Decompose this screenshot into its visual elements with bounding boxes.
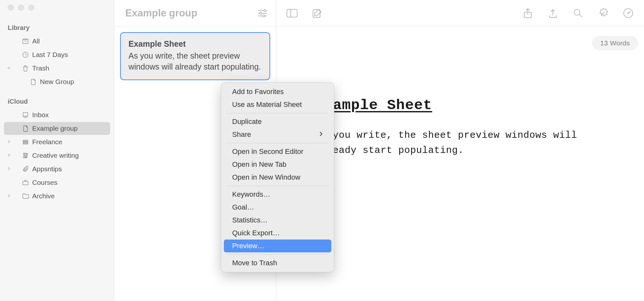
menu-label: Statistics…: [232, 216, 268, 224]
sidebar-item-label: Archive: [32, 192, 55, 200]
menu-preview[interactable]: Preview…: [224, 240, 331, 252]
sidebar-item-creative-writing[interactable]: Creative writing: [4, 149, 110, 162]
folder-icon: [22, 193, 29, 200]
sidebar-toggle-button[interactable]: [285, 6, 299, 20]
filter-button[interactable]: [257, 7, 268, 19]
sidebar-item-last7days[interactable]: Last 7 Days: [4, 48, 110, 61]
sheet-card-preview: As you write, the sheet preview windows …: [128, 51, 262, 72]
compose-icon: [312, 8, 322, 18]
books-icon: [22, 152, 29, 159]
sheet-card-title: Example Sheet: [128, 39, 262, 49]
svg-rect-9: [287, 9, 297, 17]
export-button[interactable]: [546, 6, 560, 20]
badge-check-icon: [598, 8, 609, 19]
menu-label: Open in New Tab: [232, 160, 286, 169]
menu-label: Quick Export…: [232, 229, 280, 237]
menu-label: Open in New Window: [232, 173, 300, 182]
stack-icon: [22, 138, 29, 146]
toolbar-left-group: [285, 6, 324, 20]
sidebar-item-courses[interactable]: Courses: [4, 176, 110, 189]
window-controls: [0, 5, 114, 22]
sidebar-item-appsntips[interactable]: Appsntips: [4, 163, 110, 175]
upload-icon: [548, 8, 558, 19]
sidebar-item-label: Courses: [32, 179, 57, 186]
menu-share[interactable]: Share: [224, 128, 331, 141]
sidebar-item-label: Appsntips: [32, 165, 62, 173]
word-count-badge[interactable]: 13 Words: [592, 36, 638, 50]
search-icon: [573, 8, 583, 18]
menu-separator: [226, 254, 329, 255]
menu-label: Duplicate: [232, 118, 262, 126]
minimize-window-dot[interactable]: [18, 5, 24, 11]
menu-open-new-tab[interactable]: Open in New Tab: [224, 158, 331, 171]
sidebar-item-label: New Group: [40, 78, 74, 86]
document-icon: [30, 78, 37, 85]
sidebar-item-label: Freelance: [32, 138, 62, 146]
menu-label: Share: [232, 130, 251, 139]
menu-goal[interactable]: Goal…: [224, 201, 331, 214]
archivebox-icon: [22, 38, 29, 45]
svg-point-6: [260, 12, 262, 14]
chevron-right-icon[interactable]: [6, 152, 12, 159]
revision-mode-button[interactable]: [596, 6, 610, 20]
document-body[interactable]: As you write, the sheet preview windows …: [315, 128, 605, 158]
share-icon: [523, 8, 533, 19]
sidebar-item-label: Last 7 Days: [32, 51, 68, 59]
share-button[interactable]: [521, 6, 535, 20]
sidebar-panel-icon: [286, 8, 298, 18]
menu-open-new-window[interactable]: Open in New Window: [224, 171, 331, 184]
menu-keywords[interactable]: Keywords…: [224, 188, 331, 201]
menu-use-material[interactable]: Use as Material Sheet: [224, 98, 331, 111]
toolbar-right-group: [521, 6, 635, 20]
sidebar-item-new-group[interactable]: New Group: [4, 75, 110, 88]
menu-statistics[interactable]: Statistics…: [224, 214, 331, 227]
menu-move-trash[interactable]: Move to Trash: [224, 257, 331, 269]
svg-point-13: [574, 9, 580, 15]
menu-label: Move to Trash: [232, 259, 277, 267]
sidebar-section-icloud: iCloud: [0, 95, 114, 108]
search-button[interactable]: [571, 6, 585, 20]
fullscreen-window-dot[interactable]: [28, 5, 34, 11]
menu-add-favorites[interactable]: Add to Favorites: [224, 85, 331, 98]
menu-label: Use as Material Sheet: [232, 100, 302, 109]
inbox-icon: [22, 111, 29, 118]
sidebar-item-all[interactable]: All: [4, 35, 110, 48]
menu-open-second-editor[interactable]: Open in Second Editor: [224, 145, 331, 158]
gauge-icon: [623, 8, 634, 19]
sidebar-item-label: Inbox: [32, 111, 49, 119]
sidebar-item-archive[interactable]: Archive: [4, 190, 110, 202]
sidebar-item-inbox[interactable]: Inbox: [4, 108, 110, 121]
menu-duplicate[interactable]: Duplicate: [224, 115, 331, 128]
document-title[interactable]: Example Sheet: [315, 97, 605, 114]
filter-lines-icon: [257, 8, 268, 18]
new-sheet-button[interactable]: [310, 6, 324, 20]
chevron-down-icon[interactable]: [6, 64, 12, 72]
menu-quick-export[interactable]: Quick Export…: [224, 227, 331, 240]
svg-rect-2: [23, 181, 28, 185]
sidebar-item-label: Creative writing: [32, 152, 79, 159]
svg-point-15: [628, 12, 629, 14]
menu-separator: [226, 143, 329, 143]
chevron-right-icon[interactable]: [6, 165, 12, 173]
close-window-dot[interactable]: [8, 5, 14, 11]
context-menu: Add to Favorites Use as Material Sheet D…: [221, 82, 334, 272]
sidebar-item-example-group[interactable]: Example group: [4, 122, 110, 135]
chevron-right-icon[interactable]: [6, 138, 12, 146]
briefcase-icon: [22, 179, 29, 186]
chevron-right-icon: [319, 130, 323, 139]
trash-icon: [22, 65, 29, 72]
chevron-right-icon[interactable]: [6, 192, 12, 200]
editor-toolbar: [276, 0, 644, 26]
menu-label: Keywords…: [232, 190, 270, 199]
sidebar-item-freelance[interactable]: Freelance: [4, 136, 110, 148]
sidebar-item-trash[interactable]: Trash: [4, 62, 110, 75]
sidebar-item-label: Example group: [32, 125, 78, 132]
sidebar-item-label: All: [32, 37, 40, 45]
menu-label: Open in Second Editor: [232, 147, 303, 156]
sidebar-section-library: Library: [0, 22, 114, 34]
document-icon: [22, 125, 29, 132]
svg-point-8: [262, 15, 265, 17]
sheet-card-selected[interactable]: Example Sheet As you write, the sheet pr…: [120, 32, 270, 80]
dashboard-button[interactable]: [621, 6, 635, 20]
paperclip-icon: [22, 165, 29, 173]
